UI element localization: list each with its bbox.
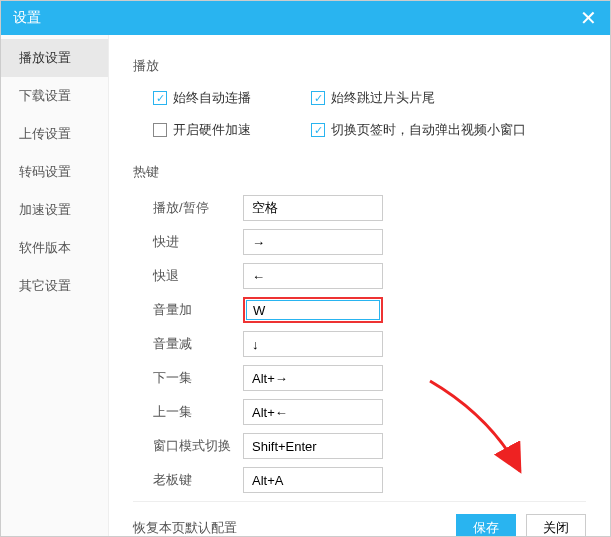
- hotkey-label: 上一集: [153, 403, 243, 421]
- settings-window: 设置 ✕ 播放设置 下载设置 上传设置 转码设置 加速设置 软件版本 其它设置 …: [0, 0, 611, 537]
- hotkey-input-volume-up[interactable]: [243, 297, 383, 323]
- hotkey-input-prev-ep[interactable]: [243, 399, 383, 425]
- sidebar-item-version[interactable]: 软件版本: [1, 229, 108, 267]
- hotkey-input-forward[interactable]: [243, 229, 383, 255]
- hotkey-row-volume-down: 音量减: [153, 331, 586, 357]
- hotkey-label: 音量减: [153, 335, 243, 353]
- checkbox-label: 始终跳过片头片尾: [331, 89, 435, 107]
- hotkey-row-forward: 快进: [153, 229, 586, 255]
- hotkey-list: 播放/暂停 快进 快退 音量加 音量减: [153, 195, 586, 501]
- checkbox-label: 开启硬件加速: [173, 121, 251, 139]
- sidebar-item-other[interactable]: 其它设置: [1, 267, 108, 305]
- save-button[interactable]: 保存: [456, 514, 516, 537]
- check-icon: ✓: [311, 123, 325, 137]
- restore-default-link[interactable]: 恢复本页默认配置: [133, 519, 237, 537]
- hotkey-input-window-mode[interactable]: [243, 433, 383, 459]
- checkbox-empty-icon: [153, 123, 167, 137]
- hotkey-label: 播放/暂停: [153, 199, 243, 217]
- hotkey-label: 下一集: [153, 369, 243, 387]
- checkbox-label: 始终自动连播: [173, 89, 251, 107]
- checkbox-popup-on-tab-switch[interactable]: ✓ 切换页签时，自动弹出视频小窗口: [311, 121, 526, 139]
- hotkey-label: 老板键: [153, 471, 243, 489]
- close-button[interactable]: 关闭: [526, 514, 586, 537]
- section-title-hotkey: 热键: [133, 163, 586, 181]
- checkbox-auto-continuous[interactable]: ✓ 始终自动连播: [153, 89, 251, 107]
- section-title-play: 播放: [133, 57, 586, 75]
- check-icon: ✓: [153, 91, 167, 105]
- hotkey-input-boss-key[interactable]: [243, 467, 383, 493]
- hotkey-row-window-mode: 窗口模式切换: [153, 433, 586, 459]
- hotkey-row-prev-ep: 上一集: [153, 399, 586, 425]
- sidebar: 播放设置 下载设置 上传设置 转码设置 加速设置 软件版本 其它设置: [1, 35, 109, 536]
- hotkey-input-next-ep[interactable]: [243, 365, 383, 391]
- hotkey-row-backward: 快退: [153, 263, 586, 289]
- main-panel: 播放 ✓ 始终自动连播 ✓ 始终跳过片头片尾 开启硬件加速 ✓ 切: [109, 35, 610, 536]
- hotkey-label: 快退: [153, 267, 243, 285]
- check-icon: ✓: [311, 91, 325, 105]
- hotkey-row-play-pause: 播放/暂停: [153, 195, 586, 221]
- close-icon[interactable]: ✕: [578, 6, 598, 30]
- sidebar-item-accel[interactable]: 加速设置: [1, 191, 108, 229]
- hotkey-input-play-pause[interactable]: [243, 195, 383, 221]
- hotkey-label: 音量加: [153, 301, 243, 319]
- hotkey-label: 窗口模式切换: [153, 437, 243, 455]
- hotkey-label: 快进: [153, 233, 243, 251]
- checkbox-hardware-accel[interactable]: 开启硬件加速: [153, 121, 251, 139]
- sidebar-item-play[interactable]: 播放设置: [1, 39, 108, 77]
- window-title: 设置: [13, 9, 41, 27]
- sidebar-item-transcode[interactable]: 转码设置: [1, 153, 108, 191]
- sidebar-item-download[interactable]: 下载设置: [1, 77, 108, 115]
- sidebar-item-upload[interactable]: 上传设置: [1, 115, 108, 153]
- checkbox-skip-intro[interactable]: ✓ 始终跳过片头片尾: [311, 89, 435, 107]
- titlebar: 设置 ✕: [1, 1, 610, 35]
- hotkey-row-next-ep: 下一集: [153, 365, 586, 391]
- hotkey-row-boss-key: 老板键: [153, 467, 586, 493]
- hotkey-input-volume-down[interactable]: [243, 331, 383, 357]
- hotkey-row-volume-up: 音量加: [153, 297, 586, 323]
- footer: 恢复本页默认配置 保存 关闭: [133, 501, 586, 537]
- checkbox-label: 切换页签时，自动弹出视频小窗口: [331, 121, 526, 139]
- hotkey-input-backward[interactable]: [243, 263, 383, 289]
